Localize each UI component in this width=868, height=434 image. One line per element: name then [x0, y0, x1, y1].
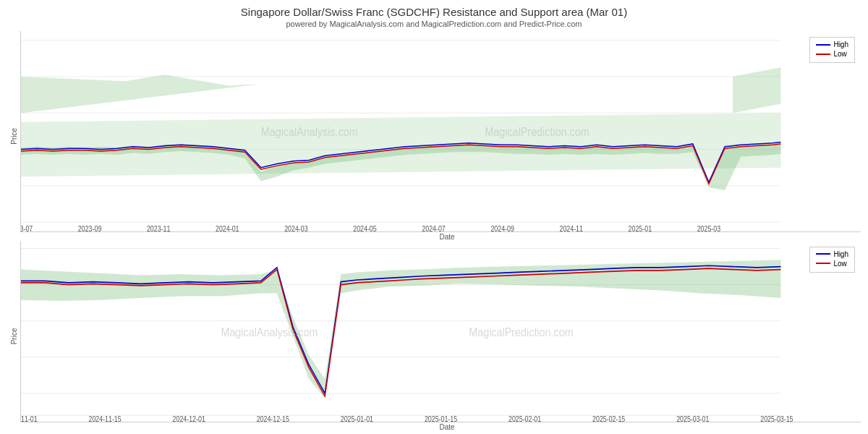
svg-text:2025-03: 2025-03	[697, 224, 720, 231]
svg-text:2024-12-01: 2024-12-01	[173, 414, 205, 422]
top-chart-wrapper: Price 0.80 0.75 0.70	[7, 31, 861, 241]
svg-text:2023-09: 2023-09	[78, 224, 101, 231]
legend-low-label: Low	[833, 50, 846, 58]
bottom-watermark: MagicalAnalysis.com	[221, 325, 318, 338]
legend-high-line	[816, 44, 830, 46]
svg-text:2024-07: 2024-07	[422, 224, 445, 231]
svg-text:2024-11-01: 2024-11-01	[21, 414, 38, 422]
legend-low-line	[816, 54, 830, 55]
bottom-chart-area: 0.675 0.650 0.625 0.600 0.575 0.550	[20, 241, 861, 422]
top-watermark: MagicalAnalysis.com	[261, 125, 358, 138]
svg-text:2023-07: 2023-07	[21, 224, 33, 231]
top-chart-legend: High Low	[809, 37, 855, 63]
page-container: Singapore Dollar/Swiss Franc (SGDCHF) Re…	[0, 0, 868, 434]
svg-text:MagicalPrediction.com: MagicalPrediction.com	[485, 125, 589, 138]
page-subtitle: powered by MagicalAnalysis.com and Magic…	[7, 20, 861, 28]
bottom-chart-wrapper: Price 0.675 0.650 0.625	[7, 241, 861, 431]
legend-low-item: Low	[816, 50, 848, 58]
bottom-legend-low-label: Low	[833, 260, 846, 268]
svg-text:2024-09: 2024-09	[490, 224, 514, 231]
top-x-axis-label: Date	[33, 233, 861, 241]
svg-text:2025-01-15: 2025-01-15	[425, 414, 457, 422]
bottom-legend-low-line	[816, 263, 830, 264]
bottom-legend-high-item: High	[816, 250, 848, 258]
svg-text:2024-01: 2024-01	[216, 224, 239, 231]
bottom-x-axis-label: Date	[33, 423, 861, 431]
svg-text:2025-03-01: 2025-03-01	[676, 414, 709, 422]
top-chart-area: 0.80 0.75 0.70 0.65 0.60 0.55	[20, 31, 861, 232]
bottom-y-axis-label: Price	[7, 241, 20, 431]
svg-text:2025-02-15: 2025-02-15	[592, 414, 625, 422]
bottom-legend-high-label: High	[833, 250, 848, 258]
legend-high-item: High	[816, 41, 848, 48]
svg-text:2023-11: 2023-11	[147, 224, 170, 231]
svg-text:2025-01: 2025-01	[629, 224, 652, 231]
legend-high-label: High	[833, 41, 848, 48]
svg-marker-12	[21, 75, 261, 113]
svg-text:2024-03: 2024-03	[284, 224, 307, 231]
svg-text:2024-11-15: 2024-11-15	[88, 414, 121, 422]
svg-text:2025-03-15: 2025-03-15	[760, 414, 793, 422]
bottom-chart-legend: High Low	[809, 247, 855, 273]
svg-text:2025-02-01: 2025-02-01	[509, 414, 541, 422]
bottom-legend-low-item: Low	[816, 260, 848, 268]
svg-text:MagicalPrediction.com: MagicalPrediction.com	[469, 325, 573, 338]
svg-marker-14	[21, 113, 780, 176]
bottom-chart-svg: 0.675 0.650 0.625 0.600 0.575 0.550	[21, 241, 861, 422]
top-y-axis-label: Price	[7, 31, 20, 241]
svg-marker-13	[733, 67, 780, 113]
page-title: Singapore Dollar/Swiss Franc (SGDCHF) Re…	[7, 6, 861, 18]
charts-container: Price 0.80 0.75 0.70	[7, 31, 861, 431]
svg-text:2024-11: 2024-11	[560, 224, 583, 231]
svg-text:2024-05: 2024-05	[353, 224, 376, 231]
bottom-legend-high-line	[816, 253, 830, 255]
svg-text:2025-01-01: 2025-01-01	[341, 414, 373, 422]
top-chart-svg: 0.80 0.75 0.70 0.65 0.60 0.55	[21, 31, 861, 231]
svg-text:2024-12-15: 2024-12-15	[257, 414, 289, 422]
